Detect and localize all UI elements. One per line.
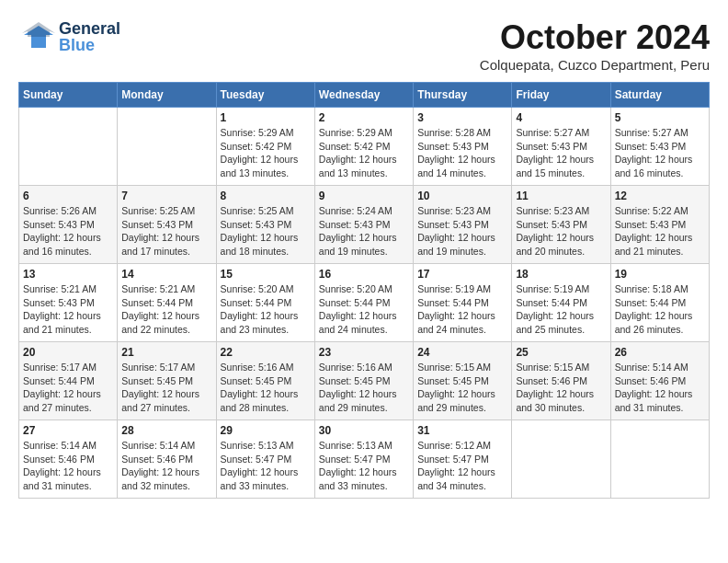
header-saturday: Saturday [610, 83, 709, 108]
day-sunrise: Sunrise: 5:14 AM [23, 440, 97, 451]
calendar-header-row: Sunday Monday Tuesday Wednesday Thursday… [19, 83, 710, 108]
day-sunset: Sunset: 5:43 PM [417, 219, 489, 230]
calendar-week-row: 6 Sunrise: 5:26 AM Sunset: 5:43 PM Dayli… [19, 186, 710, 264]
day-number: 21 [121, 346, 211, 359]
day-daylight: Daylight: 12 hours and 16 minutes. [23, 232, 101, 257]
header-monday: Monday [118, 83, 216, 108]
day-sunrise: Sunrise: 5:13 AM [319, 440, 392, 451]
day-sunrise: Sunrise: 5:21 AM [121, 283, 195, 294]
day-sunrise: Sunrise: 5:16 AM [319, 362, 392, 373]
table-row [19, 108, 118, 186]
table-row: 28 Sunrise: 5:14 AM Sunset: 5:46 PM Dayl… [118, 420, 216, 499]
day-daylight: Daylight: 12 hours and 19 minutes. [417, 232, 495, 257]
day-sunset: Sunset: 5:46 PM [615, 375, 687, 386]
header-sunday: Sunday [19, 83, 118, 108]
table-row: 31 Sunrise: 5:12 AM Sunset: 5:47 PM Dayl… [414, 420, 512, 499]
day-daylight: Daylight: 12 hours and 22 minutes. [121, 310, 199, 335]
day-daylight: Daylight: 12 hours and 13 minutes. [221, 154, 299, 178]
table-row: 25 Sunrise: 5:15 AM Sunset: 5:46 PM Dayl… [512, 342, 610, 420]
day-number: 22 [221, 346, 311, 359]
day-daylight: Daylight: 12 hours and 24 minutes. [319, 310, 397, 335]
table-row: 13 Sunrise: 5:21 AM Sunset: 5:43 PM Dayl… [19, 264, 118, 342]
day-sunset: Sunset: 5:43 PM [615, 141, 687, 152]
day-sunrise: Sunrise: 5:22 AM [615, 205, 688, 216]
day-daylight: Daylight: 12 hours and 17 minutes. [121, 232, 199, 257]
day-sunset: Sunset: 5:43 PM [121, 219, 193, 230]
logo-blue-text: Blue [59, 37, 120, 53]
day-sunset: Sunset: 5:44 PM [23, 375, 95, 386]
day-sunrise: Sunrise: 5:20 AM [221, 283, 294, 294]
table-row: 26 Sunrise: 5:14 AM Sunset: 5:46 PM Dayl… [610, 342, 709, 420]
day-number: 7 [121, 190, 211, 202]
table-row: 7 Sunrise: 5:25 AM Sunset: 5:43 PM Dayli… [118, 186, 216, 264]
day-number: 8 [221, 190, 311, 202]
day-sunset: Sunset: 5:46 PM [23, 454, 95, 465]
table-row: 11 Sunrise: 5:23 AM Sunset: 5:43 PM Dayl… [512, 186, 610, 264]
day-sunset: Sunset: 5:44 PM [615, 297, 687, 308]
table-row: 23 Sunrise: 5:16 AM Sunset: 5:45 PM Dayl… [314, 342, 413, 420]
day-sunrise: Sunrise: 5:12 AM [417, 440, 491, 451]
day-number: 30 [319, 424, 409, 437]
day-sunrise: Sunrise: 5:16 AM [221, 362, 294, 373]
day-daylight: Daylight: 12 hours and 27 minutes. [121, 388, 199, 413]
table-row: 3 Sunrise: 5:28 AM Sunset: 5:43 PM Dayli… [414, 108, 512, 186]
day-sunrise: Sunrise: 5:25 AM [121, 205, 195, 216]
table-row: 10 Sunrise: 5:23 AM Sunset: 5:43 PM Dayl… [414, 186, 512, 264]
table-row: 27 Sunrise: 5:14 AM Sunset: 5:46 PM Dayl… [19, 420, 118, 499]
day-sunset: Sunset: 5:43 PM [319, 219, 391, 230]
day-sunset: Sunset: 5:43 PM [221, 219, 292, 230]
table-row: 29 Sunrise: 5:13 AM Sunset: 5:47 PM Dayl… [216, 420, 314, 499]
day-number: 1 [221, 111, 311, 124]
table-row: 21 Sunrise: 5:17 AM Sunset: 5:45 PM Dayl… [118, 342, 216, 420]
day-number: 4 [516, 111, 606, 124]
day-sunrise: Sunrise: 5:25 AM [221, 205, 294, 216]
table-row: 19 Sunrise: 5:18 AM Sunset: 5:44 PM Dayl… [610, 264, 709, 342]
day-sunset: Sunset: 5:43 PM [516, 219, 587, 230]
month-title: October 2024 [480, 18, 710, 57]
day-sunrise: Sunrise: 5:26 AM [23, 205, 97, 216]
table-row: 8 Sunrise: 5:25 AM Sunset: 5:43 PM Dayli… [216, 186, 314, 264]
day-daylight: Daylight: 12 hours and 15 minutes. [516, 154, 594, 178]
day-sunrise: Sunrise: 5:14 AM [615, 362, 688, 373]
day-daylight: Daylight: 12 hours and 34 minutes. [417, 466, 495, 491]
day-sunrise: Sunrise: 5:21 AM [23, 283, 97, 294]
table-row: 14 Sunrise: 5:21 AM Sunset: 5:44 PM Dayl… [118, 264, 216, 342]
header-wednesday: Wednesday [314, 83, 413, 108]
day-sunset: Sunset: 5:44 PM [121, 297, 193, 308]
table-row: 24 Sunrise: 5:15 AM Sunset: 5:45 PM Dayl… [414, 342, 512, 420]
day-number: 17 [417, 268, 507, 281]
day-sunrise: Sunrise: 5:18 AM [615, 283, 688, 294]
day-daylight: Daylight: 12 hours and 27 minutes. [23, 388, 101, 413]
day-number: 26 [615, 346, 705, 359]
day-sunrise: Sunrise: 5:27 AM [516, 127, 589, 138]
day-daylight: Daylight: 12 hours and 23 minutes. [221, 310, 299, 335]
day-sunset: Sunset: 5:42 PM [221, 141, 292, 152]
day-daylight: Daylight: 12 hours and 25 minutes. [516, 310, 594, 335]
table-row: 30 Sunrise: 5:13 AM Sunset: 5:47 PM Dayl… [314, 420, 413, 499]
table-row: 17 Sunrise: 5:19 AM Sunset: 5:44 PM Dayl… [414, 264, 512, 342]
day-sunset: Sunset: 5:43 PM [615, 219, 687, 230]
table-row: 20 Sunrise: 5:17 AM Sunset: 5:44 PM Dayl… [19, 342, 118, 420]
day-daylight: Daylight: 12 hours and 32 minutes. [121, 466, 199, 491]
day-sunset: Sunset: 5:45 PM [417, 375, 489, 386]
day-daylight: Daylight: 12 hours and 33 minutes. [221, 466, 299, 491]
header-thursday: Thursday [414, 83, 512, 108]
header: General Blue October 2024 Colquepata, Cu… [18, 18, 710, 73]
logo-general-text: General [59, 20, 120, 37]
table-row: 6 Sunrise: 5:26 AM Sunset: 5:43 PM Dayli… [19, 186, 118, 264]
header-tuesday: Tuesday [216, 83, 314, 108]
day-sunset: Sunset: 5:43 PM [23, 219, 95, 230]
day-number: 11 [516, 190, 606, 202]
calendar-week-row: 13 Sunrise: 5:21 AM Sunset: 5:43 PM Dayl… [19, 264, 710, 342]
day-sunset: Sunset: 5:43 PM [417, 141, 489, 152]
day-daylight: Daylight: 12 hours and 31 minutes. [615, 388, 693, 413]
day-sunrise: Sunrise: 5:14 AM [121, 440, 195, 451]
day-number: 25 [516, 346, 606, 359]
table-row: 16 Sunrise: 5:20 AM Sunset: 5:44 PM Dayl… [314, 264, 413, 342]
day-sunset: Sunset: 5:43 PM [23, 297, 95, 308]
day-sunrise: Sunrise: 5:15 AM [516, 362, 589, 373]
day-sunrise: Sunrise: 5:23 AM [417, 205, 491, 216]
day-sunset: Sunset: 5:47 PM [221, 454, 292, 465]
day-number: 3 [417, 111, 507, 124]
day-sunset: Sunset: 5:45 PM [319, 375, 391, 386]
